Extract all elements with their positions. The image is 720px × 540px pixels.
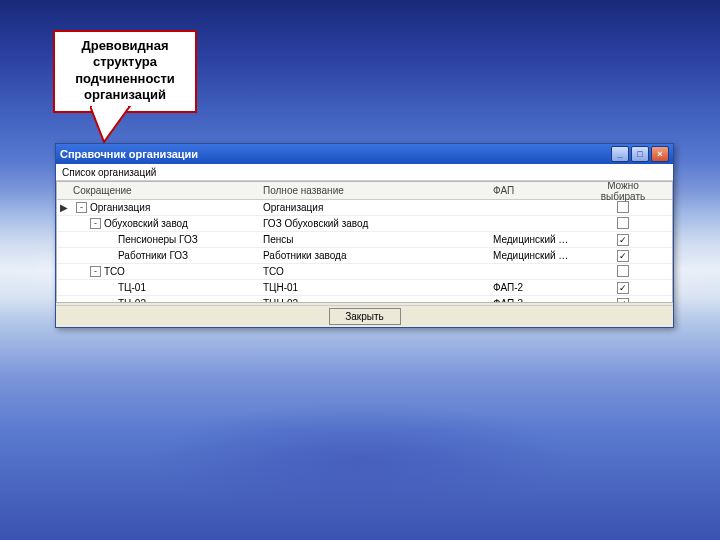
col-header-fap[interactable]: ФАП [493, 185, 588, 196]
selectable-checkbox[interactable] [617, 201, 629, 213]
org-grid: Сокращение Полное название ФАП Можно выб… [56, 181, 673, 303]
cell-fap: Медицинский … [493, 234, 588, 245]
cell-fap: ФАП-2 [493, 282, 588, 293]
table-row[interactable]: -ТСОТСО [57, 264, 672, 280]
grid-header: Сокращение Полное название ФАП Можно выб… [57, 182, 672, 200]
minimize-button[interactable]: _ [611, 146, 629, 162]
cell-full: ГОЗ Обуховский завод [263, 218, 493, 229]
selectable-checkbox[interactable]: ✓ [617, 234, 629, 246]
col-header-short[interactable]: Сокращение [71, 185, 263, 196]
tree-expander[interactable]: - [90, 218, 101, 229]
titlebar[interactable]: Справочник организации _ □ × [56, 144, 673, 164]
row-marker: ▶ [57, 202, 71, 213]
table-row[interactable]: ТЦ-02ТЦН-02ФАП-3✓ [57, 296, 672, 303]
table-row[interactable]: Пенсионеры ГОЗПенсыМедицинский …✓ [57, 232, 672, 248]
footer-bar: Закрыть [56, 305, 673, 327]
cell-full: Организация [263, 202, 493, 213]
svg-marker-0 [90, 106, 130, 142]
cell-short: Обуховский завод [104, 218, 188, 229]
selectable-checkbox[interactable] [617, 265, 629, 277]
callout-line: подчиненности [75, 71, 175, 86]
cell-full: ТЦН-01 [263, 282, 493, 293]
table-row[interactable]: ТЦ-01ТЦН-01ФАП-2✓ [57, 280, 672, 296]
cell-full: Работники завода [263, 250, 493, 261]
close-button[interactable]: Закрыть [329, 308, 401, 325]
list-label: Список организаций [56, 164, 673, 181]
tree-expander[interactable]: - [90, 266, 101, 277]
callout-box: Древовидная структура подчиненности орга… [53, 30, 197, 113]
cell-short: Работники ГОЗ [118, 250, 188, 261]
cell-short: Организация [90, 202, 150, 213]
callout-line: организаций [84, 87, 166, 102]
cell-short: ТЦ-02 [118, 298, 146, 303]
col-header-check[interactable]: Можно выбирать [588, 181, 658, 202]
selectable-checkbox[interactable] [617, 217, 629, 229]
cell-fap: Медицинский … [493, 250, 588, 261]
selectable-checkbox[interactable]: ✓ [617, 298, 629, 304]
window-title: Справочник организации [60, 148, 611, 160]
cell-short: ТЦ-01 [118, 282, 146, 293]
table-row[interactable]: ▶-ОрганизацияОрганизация [57, 200, 672, 216]
org-reference-window: Справочник организации _ □ × Список орга… [55, 143, 674, 328]
maximize-button[interactable]: □ [631, 146, 649, 162]
callout-line: Древовидная [81, 38, 168, 53]
cell-full: Пенсы [263, 234, 493, 245]
cell-full: ТЦН-02 [263, 298, 493, 303]
selectable-checkbox[interactable]: ✓ [617, 250, 629, 262]
tree-expander[interactable]: - [76, 202, 87, 213]
callout-line: структура [93, 54, 157, 69]
selectable-checkbox[interactable]: ✓ [617, 282, 629, 294]
col-header-full[interactable]: Полное название [263, 185, 493, 196]
table-row[interactable]: Работники ГОЗРаботники заводаМедицинский… [57, 248, 672, 264]
table-row[interactable]: -Обуховский заводГОЗ Обуховский завод [57, 216, 672, 232]
cell-full: ТСО [263, 266, 493, 277]
cell-short: Пенсионеры ГОЗ [118, 234, 198, 245]
cell-fap: ФАП-3 [493, 298, 588, 303]
close-window-button[interactable]: × [651, 146, 669, 162]
cell-short: ТСО [104, 266, 125, 277]
